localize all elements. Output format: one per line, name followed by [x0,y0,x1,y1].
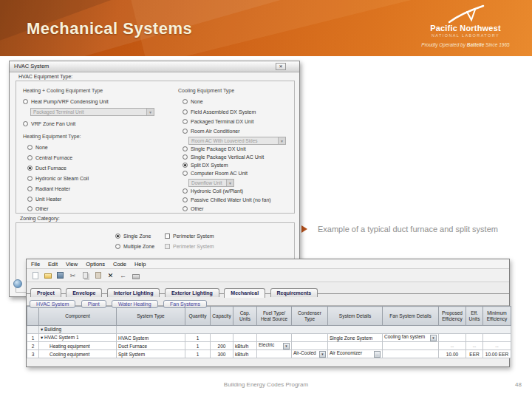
tab-envelope[interactable]: Envelope [66,288,102,297]
radio-icon[interactable] [27,145,33,150]
table-row[interactable]: 2 Heating equipment Duct Furnace 1 200 k… [27,342,511,350]
radio-heat-pump-vrf[interactable]: Heat Pump/VRF Condensing Unit [23,99,109,104]
radio-radiant-heater[interactable]: Radiant Heater [27,186,70,191]
capacity-cell[interactable]: 300 [211,350,233,358]
radio-icon[interactable] [183,129,188,134]
radio-icon[interactable] [183,197,188,202]
radio-single-package-vertical[interactable]: Single Package Vertical AC Unit [183,154,264,160]
radio-icon[interactable] [183,163,188,168]
room-ac-select[interactable]: Room AC With Louvered Sides▼ [188,137,286,145]
radio-hydronic-coil[interactable]: Hydronic Coil (w/Plant) [183,188,243,194]
close-icon[interactable]: ✕ [276,63,286,70]
system-details-cell[interactable]: …Air Economizer [328,350,383,358]
system-type-cell[interactable]: HVAC System [117,334,185,342]
radio-icon[interactable] [183,109,188,115]
radio-icon[interactable] [183,154,188,160]
system-type-cell[interactable]: Duct Furnace [117,342,185,350]
building-cell[interactable]: ▾ Building [39,326,117,334]
radio-icon[interactable] [183,171,188,176]
open-icon[interactable] [44,271,52,279]
radio-central-furnace[interactable]: Central Furnace [27,155,72,160]
quantity-cell[interactable]: 1 [185,342,211,350]
help-orb-icon[interactable] [13,279,22,288]
tab-interior-lighting[interactable]: Interior Lighting [107,288,160,297]
checkbox-icon[interactable] [165,233,170,239]
component-cell[interactable]: Heating equipment [39,342,117,350]
component-cell[interactable]: ▾ HVAC System 1 [39,334,117,342]
radio-icon[interactable] [27,186,33,191]
radio-heating-other[interactable]: Other [27,206,49,211]
radio-multiple-zone[interactable]: Multiple Zone [115,244,154,249]
condenser-type-cell[interactable]: ▼Air-Cooled [292,350,328,358]
radio-icon[interactable] [23,99,28,104]
radio-field-assembled-dx[interactable]: Field Assembled DX System [183,109,256,115]
menu-code[interactable]: Code [113,261,126,267]
tab-project[interactable]: Project [30,288,61,297]
tab-requirements[interactable]: Requirements [270,288,318,297]
checkbox-perimeter-system[interactable]: Perimeter System [165,233,214,239]
radio-icon[interactable] [27,206,33,211]
chevron-down-icon[interactable]: ▼ [319,351,326,358]
radio-passive-chilled-water[interactable]: Passive Chilled Water Unit (no fan) [183,197,271,202]
radio-icon[interactable] [183,188,188,194]
radio-icon[interactable] [27,155,33,160]
radio-icon[interactable] [183,119,188,124]
radio-computer-room-ac[interactable]: Computer Room AC Unit [183,171,248,176]
radio-split-dx-system[interactable]: Split DX System [183,163,228,168]
cap-units-cell[interactable]: kBtu/h [233,342,257,350]
radio-icon[interactable] [23,121,28,126]
table-row[interactable]: 3 Cooling equipment Split System 1 300 k… [27,350,511,358]
tree-expand-icon[interactable]: ▾ [41,327,43,332]
radio-icon[interactable] [115,244,120,249]
quantity-cell[interactable]: 1 [185,334,211,342]
save-icon[interactable] [56,271,64,279]
fuel-type-cell[interactable]: ▼Electric [257,342,292,350]
subtab-fan-systems[interactable]: Fan Systems [163,300,207,308]
menu-options[interactable]: Options [86,261,105,267]
tree-expand-icon[interactable]: ▾ [41,335,43,340]
radio-icon[interactable] [27,197,33,202]
radio-cooling-other[interactable]: Other [183,206,204,211]
menu-view[interactable]: View [66,261,78,267]
subtab-water-heating[interactable]: Water Heating [112,300,157,308]
radio-hydronic-steam-coil[interactable]: Hydronic or Steam Coil [27,176,89,181]
radio-icon[interactable] [183,146,188,151]
radio-unit-heater[interactable]: Unit Heater [27,197,61,202]
radio-icon[interactable] [183,99,188,104]
system-type-cell[interactable]: Split System [117,350,185,358]
subtab-hvac-system[interactable]: HVAC System [30,300,75,308]
radio-icon[interactable] [183,206,188,211]
component-cell[interactable]: Cooling equipment [39,350,117,358]
cap-units-cell[interactable]: kBtu/h [233,350,257,358]
fan-system-details-cell[interactable]: ▼Cooling fan system [383,334,439,342]
radio-heating-none[interactable]: None [27,145,48,150]
quantity-cell[interactable]: 1 [185,350,211,358]
radio-room-air-conditioner[interactable]: Room Air Conditioner [183,129,240,134]
building-tree-row[interactable]: ▾ Building [27,326,511,334]
proposed-efficiency-cell[interactable]: 10.00 [439,350,466,358]
delete-icon[interactable]: ✕ [106,271,115,279]
copy-icon[interactable] [81,271,89,279]
radio-cooling-none[interactable]: None [183,99,203,104]
undo-icon[interactable]: ← [119,271,127,279]
table-row[interactable]: 1 ▾ HVAC System 1 HVAC System 1 Single Z… [27,334,511,342]
paste-icon[interactable] [94,271,102,279]
print-icon[interactable] [132,271,140,279]
radio-icon[interactable] [27,176,33,181]
subtab-plant[interactable]: Plant [81,300,106,308]
downflow-unit-select[interactable]: Downflow Unit▼ [188,179,234,187]
chevron-down-icon[interactable]: ▼ [283,343,290,349]
radio-duct-furnace[interactable]: Duct Furnace [27,166,66,171]
radio-icon[interactable] [27,166,33,171]
radio-vrf-zone-fan[interactable]: VRF Zone Fan Unit [23,121,75,126]
dialog-titlebar[interactable]: HVAC System ✕ [10,61,299,72]
packaged-terminal-unit-select[interactable]: Packaged Terminal Unit▼ [30,108,154,116]
radio-icon[interactable] [115,233,120,239]
cut-icon[interactable]: ✂ [69,271,77,279]
system-details-cell[interactable]: Single Zone System [328,334,383,342]
capacity-cell[interactable]: 200 [211,342,233,350]
chevron-down-icon[interactable]: ▼ [430,335,437,341]
menu-help[interactable]: Help [134,261,146,267]
radio-single-package-dx[interactable]: Single Package DX Unit [183,146,246,151]
new-icon[interactable] [31,271,39,279]
